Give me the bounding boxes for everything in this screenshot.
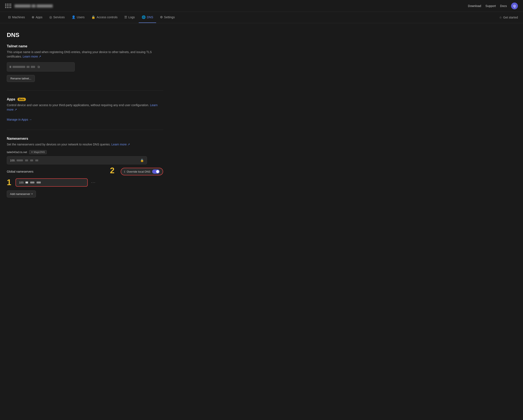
annotation-1: 1: [7, 178, 11, 187]
services-icon: ◎: [49, 15, 52, 19]
nav-label-services: Services: [53, 16, 65, 19]
nav-item-machines[interactable]: ⊟ Machines: [5, 12, 28, 23]
page-title: DNS: [7, 32, 163, 38]
users-icon: 👤: [72, 15, 76, 19]
main-nav: ⊟ Machines ⊕ Apps ◎ Services 👤 Users 🔒 A…: [0, 12, 523, 23]
section-divider-1: [7, 90, 163, 91]
nav-item-apps[interactable]: ⊕ Apps: [29, 12, 45, 23]
topbar: ████████ ██ ████████ Download Support Do…: [0, 0, 523, 12]
magic-dns-badge: ✦ MagicDNS: [29, 150, 47, 154]
nav-label-dns: DNS: [147, 16, 153, 19]
logs-icon: ☰: [124, 15, 127, 19]
lock-icon: 🔒: [140, 159, 144, 162]
star-icon: ☆: [499, 16, 502, 19]
apps-title: Apps: [7, 97, 15, 101]
nameserver-options-button[interactable]: ···: [91, 180, 96, 185]
manage-in-apps-link[interactable]: Manage in Apps →: [7, 118, 32, 121]
download-link[interactable]: Download: [468, 4, 481, 8]
tailnet-input-row: ⧉: [7, 62, 163, 72]
section-divider-2: [7, 130, 163, 130]
docs-link[interactable]: Docs: [500, 4, 507, 8]
nameserver-domain-name: taile043a3.ts.net: [7, 151, 27, 154]
apps-icon: ⊕: [32, 15, 34, 19]
rename-tailnet-button[interactable]: Rename tailnet...: [7, 75, 35, 82]
ns-value: 100.: [10, 159, 15, 162]
nav-item-dns[interactable]: 🌐 DNS: [139, 12, 156, 23]
nav-label-users: Users: [77, 16, 85, 19]
apps-section: Apps Beta Control device and user access…: [7, 97, 163, 121]
lock-nav-icon: 🔒: [91, 15, 95, 19]
global-ns-input-row: 1 100. ···: [7, 178, 163, 187]
nav-item-logs[interactable]: ☰ Logs: [121, 12, 138, 23]
nameserver-input-box: 100. 🔒: [7, 156, 147, 164]
nameservers-desc: Set the nameservers used by devices on y…: [7, 142, 163, 147]
user-avatar[interactable]: Q: [511, 3, 518, 9]
tailnet-name-value: [9, 66, 35, 68]
topbar-left: ████████ ██ ████████: [5, 4, 53, 8]
dns-icon: 🌐: [142, 15, 146, 19]
nameserver-domain-row: taile043a3.ts.net ✦ MagicDNS: [7, 150, 163, 154]
annotation-2: 2: [110, 166, 114, 175]
nav-item-settings[interactable]: ⚙ Settings: [157, 12, 178, 23]
override-dns-toggle[interactable]: [152, 170, 160, 174]
copy-tailnet-name-button[interactable]: ⧉: [37, 64, 41, 70]
get-started-link[interactable]: ☆ Get started: [499, 16, 518, 19]
global-ns-input-text: 100.: [19, 181, 41, 184]
override-local-dns-row[interactable]: ℹ Override local DNS: [121, 168, 163, 175]
add-nameserver-label: Add nameserver: [10, 192, 30, 195]
tailnet-name-input[interactable]: ⧉: [7, 62, 75, 72]
nameservers-learn-more[interactable]: Learn more ↗: [112, 143, 130, 146]
topbar-right: Download Support Docs Q: [468, 3, 518, 9]
beta-badge: Beta: [17, 98, 26, 101]
chevron-down-icon: ▾: [32, 193, 33, 195]
add-nameserver-button[interactable]: Add nameserver ▾: [7, 190, 36, 197]
tailnet-learn-more[interactable]: Learn more ↗: [23, 55, 41, 58]
logo-text: ████████ ██ ████████: [15, 4, 53, 8]
nav-label-settings: Settings: [164, 16, 175, 19]
tailnet-name-section: Tailnet name This unique name is used wh…: [7, 44, 163, 82]
nav-item-access-controls[interactable]: 🔒 Access controls: [88, 12, 121, 23]
app-grid-icon[interactable]: [5, 4, 11, 8]
nameserver-input-text: 100.: [10, 159, 38, 162]
global-nameservers-section: Global nameservers 2 ℹ Override local DN…: [7, 168, 163, 187]
nav-item-services[interactable]: ◎ Services: [46, 12, 68, 23]
toggle-thumb: [156, 170, 159, 173]
nameservers-section: Nameservers Set the nameservers used by …: [7, 137, 163, 197]
override-dns-label: Override local DNS: [127, 170, 150, 173]
nav-label-logs: Logs: [128, 16, 135, 19]
apps-desc-text: Control device and user access to your t…: [7, 103, 149, 107]
global-ns-input[interactable]: 100.: [16, 178, 88, 187]
nameservers-desc-text: Set the nameservers used by devices on y…: [7, 143, 111, 146]
nav-label-access-controls: Access controls: [97, 16, 117, 19]
nav-item-users[interactable]: 👤 Users: [69, 12, 88, 23]
global-ns-value: 100.: [19, 181, 24, 184]
nav-label-apps: Apps: [36, 16, 42, 19]
global-ns-label: Global nameservers: [7, 170, 33, 173]
machines-icon: ⊟: [8, 15, 11, 19]
get-started-label: Get started: [503, 16, 518, 19]
add-nameserver-row: Add nameserver ▾: [7, 190, 163, 197]
apps-title-row: Apps Beta: [7, 97, 163, 101]
main-content: DNS Tailnet name This unique name is use…: [0, 23, 170, 214]
tailnet-name-title: Tailnet name: [7, 44, 163, 48]
support-link[interactable]: Support: [485, 4, 496, 8]
settings-icon: ⚙: [160, 15, 163, 19]
global-ns-label-row: Global nameservers 2 ℹ Override local DN…: [7, 168, 163, 175]
nav-label-machines: Machines: [12, 16, 25, 19]
nameservers-title: Nameservers: [7, 137, 163, 141]
apps-desc: Control device and user access to your t…: [7, 103, 163, 112]
tailnet-name-desc: This unique name is used when registerin…: [7, 50, 163, 59]
override-info-icon: ℹ: [124, 170, 125, 173]
